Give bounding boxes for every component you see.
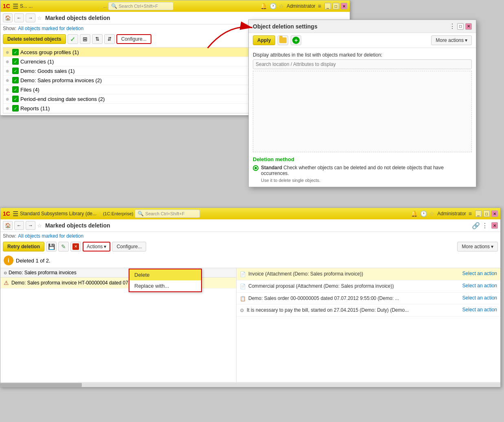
collapse-btn[interactable]: ⊖ [4, 271, 7, 275]
platform-label: (1C:Enterprise) [103, 211, 134, 216]
fav-star-bottom[interactable]: ☆ [37, 223, 42, 229]
forward-btn-top[interactable]: → [26, 13, 35, 22]
tree-label-1: Currencies (1) [20, 59, 54, 65]
show-link-bottom[interactable]: All objects marked for deletion [18, 233, 83, 239]
action-link-2[interactable]: Select an action [462, 295, 497, 301]
more-actions-btn-bottom[interactable]: More actions ▾ [457, 242, 498, 251]
display-label: Display attributes in the list with obje… [253, 52, 472, 58]
app-logo-top: 1С [3, 3, 10, 9]
menu-icon-top[interactable]: ☰ [13, 2, 18, 10]
checkbox-5[interactable]: ✓ [12, 96, 19, 102]
delete-selected-btn[interactable]: Delete selected objects [3, 34, 66, 44]
standard-label: Standard [261, 165, 282, 171]
check-icon-btn[interactable]: ✓ [68, 34, 78, 44]
configure-btn-top[interactable]: Configure... [116, 34, 151, 44]
page-title-top: Marked objects deletion [45, 15, 110, 21]
right-text-2: Demo: Sales order 00-00000005 dated 07.0… [248, 295, 460, 302]
deletion-method-title: Deletion method [253, 156, 472, 162]
minimize-btn-top[interactable]: _ [324, 3, 331, 9]
search-bar-bottom[interactable]: 🔍 Search Ctrl+Shift+F [135, 210, 200, 218]
search-bar-top[interactable]: 🔍 Search Ctrl+Shift+F [108, 2, 173, 10]
apply-btn[interactable]: Apply [253, 35, 275, 45]
star-icon-bottom[interactable]: ☆ [429, 210, 435, 217]
right-row-1: 📄 Commercial proposal (Attachment (Demo:… [237, 280, 500, 293]
menu-icon-bottom[interactable]: ☰ [13, 210, 18, 218]
x-icon: ✕ [72, 243, 79, 250]
show-label-bottom: Show: [3, 233, 16, 239]
minimize-btn-bottom[interactable]: _ [475, 210, 482, 217]
back-btn-top[interactable]: ← [14, 13, 24, 22]
back-btn-bottom[interactable]: ← [14, 221, 24, 230]
fav-star-top[interactable]: ☆ [37, 15, 42, 21]
toolbar-bottom: Retry deletion 💾 ✎ ✕ Actions ▾ Configure… [0, 240, 500, 253]
folder-btn[interactable] [278, 35, 288, 45]
standard-radio[interactable] [253, 165, 259, 171]
checkbox-4[interactable]: ✓ [12, 86, 19, 93]
delete-icon-btn[interactable]: ✕ [70, 242, 81, 251]
copy-icon-btn[interactable]: ⊞ [80, 34, 90, 44]
bell-icon-bottom[interactable]: 🔔 [411, 210, 418, 217]
expand-6[interactable]: ⊕ [6, 106, 11, 111]
history-icon-bottom[interactable]: 🕐 [420, 210, 427, 217]
dropdown-delete[interactable]: Delete [129, 269, 201, 280]
settings-menu-icon[interactable]: ⋮ [449, 22, 456, 30]
edit-icon-btn[interactable]: ✎ [58, 242, 69, 251]
home-btn-bottom[interactable]: 🏠 [3, 221, 13, 230]
settings-maximize-btn[interactable]: □ [457, 23, 464, 30]
attributes-search[interactable] [253, 59, 472, 69]
expand-1[interactable]: ⊕ [6, 59, 11, 64]
checkbox-2[interactable]: ✓ [12, 68, 19, 74]
top-title-bar: 1С ☰ S... ... ... 🔍 Search Ctrl+Shift+F … [0, 0, 350, 12]
configure-btn-bottom[interactable]: Configure... [112, 242, 146, 251]
actions-btn[interactable]: Actions ▾ [83, 242, 110, 251]
star-icon-top[interactable]: ☆ [279, 3, 284, 9]
close-btn-bottom2[interactable]: ✕ [491, 222, 498, 229]
show-label-top: Show: [3, 26, 16, 31]
history-icon-top[interactable]: 🕐 [270, 3, 276, 9]
standard-radio-row: Standard Check whether objects can be de… [253, 165, 472, 176]
close-btn-top[interactable]: ✕ [341, 3, 347, 9]
settings-toolbar: Apply + More actions ▾ [249, 33, 476, 48]
bell-icon-top[interactable]: 🔔 [260, 3, 267, 9]
tree-label-3: Demo: Sales proforma invoices (2) [20, 77, 102, 83]
add-btn[interactable]: + [291, 35, 301, 45]
expand-5[interactable]: ⊕ [6, 97, 11, 101]
retry-deletion-btn[interactable]: Retry deletion [3, 242, 44, 251]
checkbox-3[interactable]: ✓ [12, 77, 19, 83]
maximize-btn-top[interactable]: □ [333, 3, 339, 9]
attributes-list [253, 71, 472, 152]
expand-2[interactable]: ⊕ [6, 69, 11, 73]
chevron-down-icon-actions: ▾ [104, 244, 106, 249]
more-actions-btn-settings[interactable]: More actions ▾ [431, 35, 472, 45]
settings-icon-top[interactable]: ≡ [318, 3, 321, 9]
show-row-bottom: Show: All objects marked for deletion [0, 232, 500, 240]
settings-close-btn[interactable]: ✕ [465, 23, 472, 30]
expand-3[interactable]: ⊕ [6, 78, 11, 83]
forward-btn-bottom[interactable]: → [26, 221, 35, 230]
link-icon-bottom[interactable]: 🔗 [472, 222, 480, 230]
more-icon-bottom[interactable]: ⋮ [482, 222, 488, 230]
action-link-0[interactable]: Select an action [462, 271, 497, 276]
show-link-top[interactable]: All objects marked for deletion [18, 26, 83, 31]
right-row-3: ⚙ It is necessary to pay the bill, start… [237, 304, 500, 317]
settings-titlebar: Object deletion settings ⋮ □ ✕ [249, 20, 476, 33]
settings-icon-bottom[interactable]: ≡ [469, 210, 472, 217]
expand-4[interactable]: ⊕ [6, 87, 11, 92]
save-icon-btn[interactable]: 💾 [46, 242, 57, 251]
checkbox-6[interactable]: ✓ [12, 105, 19, 112]
more-actions-label-settings: More actions [436, 37, 464, 43]
expand-0[interactable]: ⊕ [6, 50, 11, 55]
maximize-btn-bottom[interactable]: □ [483, 210, 490, 217]
scrollbar-thumb[interactable] [0, 383, 82, 387]
sort-asc-icon-btn[interactable]: ⇅ [92, 34, 103, 44]
tree-label-4: Files (4) [20, 87, 39, 93]
action-link-1[interactable]: Select an action [462, 283, 497, 289]
checkbox-1[interactable]: ✓ [12, 58, 19, 65]
close-btn-bottom[interactable]: ✕ [491, 210, 498, 217]
action-link-3[interactable]: Select an action [462, 307, 497, 313]
home-btn-top[interactable]: 🏠 [3, 13, 13, 22]
sort-desc-icon-btn[interactable]: ⇵ [104, 34, 115, 44]
dropdown-replace[interactable]: Replace with... [129, 280, 201, 291]
checkbox-0[interactable]: ✓ [12, 49, 19, 55]
two-panel: ⊖ Demo: Sales proforma invoices ⚠ Demo: … [0, 268, 500, 382]
